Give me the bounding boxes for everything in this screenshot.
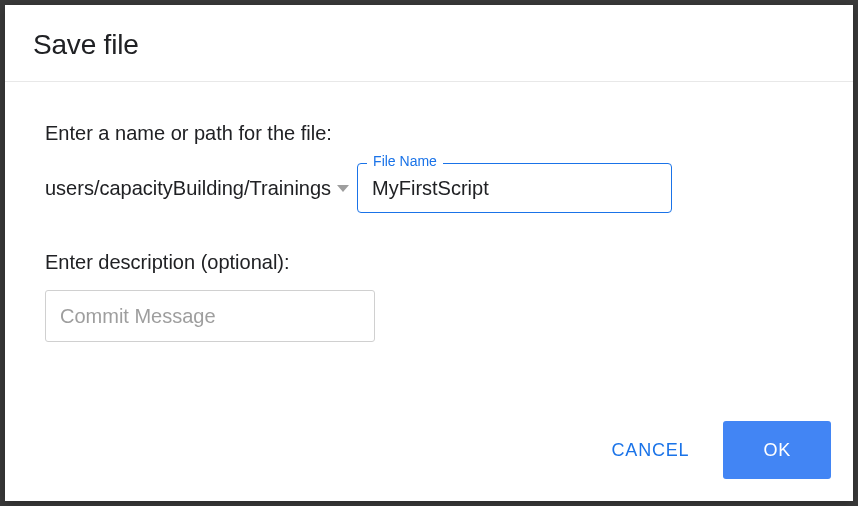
dialog-title: Save file	[33, 29, 825, 61]
path-row: users/capacityBuilding/Trainings File Na…	[45, 163, 813, 213]
filename-field-wrapper: File Name	[357, 163, 672, 213]
name-prompt-label: Enter a name or path for the file:	[45, 122, 813, 145]
dialog-body: Enter a name or path for the file: users…	[5, 82, 853, 421]
dialog-header: Save file	[5, 5, 853, 81]
cancel-button[interactable]: CANCEL	[596, 428, 706, 473]
filename-input[interactable]	[357, 163, 672, 213]
description-input[interactable]	[45, 290, 375, 342]
dialog-actions: CANCEL OK	[5, 421, 853, 501]
ok-button[interactable]: OK	[723, 421, 831, 479]
save-file-dialog: Save file Enter a name or path for the f…	[5, 5, 853, 501]
path-text: users/capacityBuilding/Trainings	[45, 177, 331, 200]
filename-legend: File Name	[367, 153, 443, 169]
chevron-down-icon	[337, 185, 349, 192]
description-prompt-label: Enter description (optional):	[45, 251, 813, 274]
path-dropdown[interactable]: users/capacityBuilding/Trainings	[45, 177, 349, 200]
